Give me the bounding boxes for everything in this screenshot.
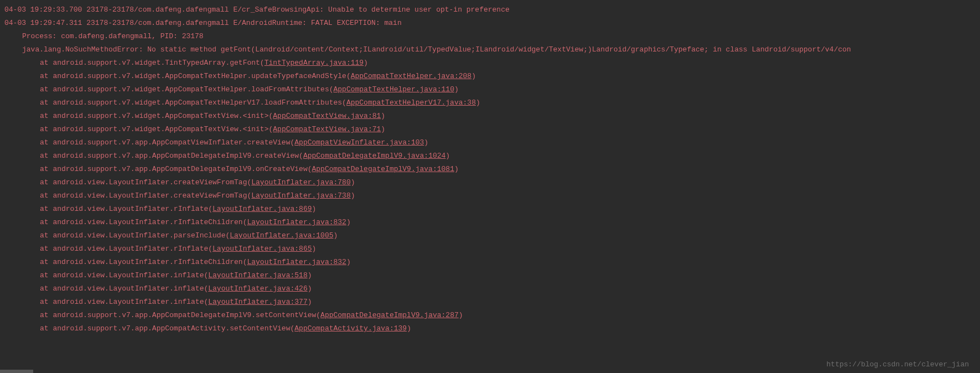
log-text: at android.view.LayoutInflater.rInflateC…	[40, 258, 247, 266]
stacktrace-line: at android.support.v7.widget.AppCompatTe…	[4, 123, 976, 136]
stacktrace-line: at android.view.LayoutInflater.inflate(L…	[4, 269, 976, 282]
source-link[interactable]: AppCompatViewInflater.java:103	[294, 138, 424, 147]
log-text: at android.view.LayoutInflater.inflate(	[40, 271, 208, 279]
log-line: Process: com.dafeng.dafengmall, PID: 231…	[4, 30, 976, 43]
log-text: at android.support.v7.widget.AppCompatTe…	[40, 112, 273, 120]
source-link[interactable]: AppCompatTextView.java:71	[273, 125, 381, 133]
source-link[interactable]: AppCompatTextHelper.java:110	[334, 85, 454, 94]
log-text: at android.support.v7.app.AppCompatActiv…	[40, 324, 294, 333]
log-text: 04-03 19:29:47.311 23178-23178/com.dafen…	[4, 19, 402, 27]
log-line: 04-03 19:29:33.700 23178-23178/com.dafen…	[4, 3, 976, 17]
log-text: at android.view.LayoutInflater.createVie…	[40, 191, 251, 200]
stacktrace-line: at android.view.LayoutInflater.createVie…	[4, 176, 976, 189]
log-text: at android.view.LayoutInflater.inflate(	[40, 284, 208, 293]
source-link[interactable]: AppCompatTextView.java:81	[273, 112, 381, 120]
log-text: at android.support.v7.app.AppCompatDeleg…	[40, 165, 312, 173]
log-line: 04-03 19:29:47.311 23178-23178/com.dafen…	[4, 17, 976, 30]
stacktrace-line: at android.support.v7.app.AppCompatDeleg…	[4, 163, 976, 176]
log-text: )	[407, 324, 411, 333]
log-text: )	[454, 85, 459, 94]
stacktrace-line: at android.view.LayoutInflater.rInflateC…	[4, 256, 976, 269]
log-text: )	[381, 112, 385, 120]
log-text: )	[424, 138, 428, 147]
log-text: at android.view.LayoutInflater.rInflate(	[40, 245, 212, 253]
stacktrace-line: at android.view.LayoutInflater.inflate(L…	[4, 282, 976, 296]
source-link[interactable]: AppCompatDelegateImplV9.java:287	[320, 311, 459, 319]
log-text: at android.support.v7.widget.TintTypedAr…	[40, 59, 265, 67]
source-link[interactable]: AppCompatActivity.java:139	[294, 324, 407, 333]
log-text: )	[312, 245, 317, 253]
stacktrace-line: at android.support.v7.app.AppCompatDeleg…	[4, 149, 976, 163]
log-text: )	[308, 284, 312, 293]
log-text: )	[334, 231, 338, 240]
stacktrace-line: at android.view.LayoutInflater.rInflate(…	[4, 203, 976, 216]
source-link[interactable]: LayoutInflater.java:1005	[230, 231, 333, 240]
source-link[interactable]: AppCompatTextHelperV17.java:38	[346, 99, 476, 107]
stacktrace-line: at android.view.LayoutInflater.rInflateC…	[4, 216, 976, 229]
log-text: )	[459, 311, 463, 319]
log-text: at android.view.LayoutInflater.rInflate(	[40, 205, 212, 213]
log-text: at android.support.v7.widget.AppCompatTe…	[40, 85, 334, 94]
log-text: )	[308, 298, 312, 306]
log-text: at android.support.v7.app.AppCompatDeleg…	[40, 311, 320, 319]
log-text: )	[351, 191, 355, 200]
log-text: at android.view.LayoutInflater.rInflateC…	[40, 218, 247, 226]
log-text: at android.view.LayoutInflater.inflate(	[40, 298, 208, 306]
source-link[interactable]: LayoutInflater.java:865	[212, 245, 312, 253]
log-text: Process: com.dafeng.dafengmall, PID: 231…	[22, 32, 204, 40]
log-text: at android.support.v7.widget.AppCompatTe…	[40, 72, 351, 80]
stacktrace-line: at android.view.LayoutInflater.createVie…	[4, 189, 976, 203]
log-text: )	[346, 218, 351, 226]
log-text: )	[308, 271, 312, 279]
log-text: )	[346, 258, 351, 266]
stacktrace-line: at android.support.v7.app.AppCompatDeleg…	[4, 309, 976, 322]
source-link[interactable]: LayoutInflater.java:738	[251, 191, 350, 200]
stacktrace-line: at android.view.LayoutInflater.rInflate(…	[4, 242, 976, 256]
stacktrace-line: at android.view.LayoutInflater.inflate(L…	[4, 296, 976, 309]
log-text: at android.support.v7.widget.AppCompatTe…	[40, 99, 346, 107]
stacktrace-line: at android.support.v7.widget.AppCompatTe…	[4, 96, 976, 110]
stacktrace-line: at android.support.v7.widget.TintTypedAr…	[4, 56, 976, 70]
log-text: )	[364, 59, 368, 67]
log-text: )	[312, 205, 317, 213]
log-line: java.lang.NoSuchMethodError: No static m…	[4, 43, 976, 56]
source-link[interactable]: LayoutInflater.java:377	[208, 298, 307, 306]
log-text: at android.support.v7.widget.AppCompatTe…	[40, 125, 273, 133]
source-link[interactable]: LayoutInflater.java:832	[247, 258, 346, 266]
stacktrace-line: at android.support.v7.app.AppCompatActiv…	[4, 322, 976, 335]
source-link[interactable]: LayoutInflater.java:832	[247, 218, 346, 226]
source-link[interactable]: LayoutInflater.java:426	[208, 284, 307, 293]
log-text: at android.support.v7.app.AppCompatDeleg…	[40, 152, 303, 160]
log-text: )	[381, 125, 385, 133]
source-link[interactable]: AppCompatTextHelper.java:208	[351, 72, 471, 80]
log-text: )	[476, 99, 480, 107]
stacktrace-line: at android.support.v7.widget.AppCompatTe…	[4, 110, 976, 123]
source-link[interactable]: LayoutInflater.java:780	[251, 178, 350, 186]
source-link[interactable]: LayoutInflater.java:518	[208, 271, 307, 279]
source-link[interactable]: AppCompatDelegateImplV9.java:1024	[303, 152, 445, 160]
stacktrace-line: at android.view.LayoutInflater.parseIncl…	[4, 229, 976, 242]
log-text: 04-03 19:29:33.700 23178-23178/com.dafen…	[4, 6, 510, 14]
source-link[interactable]: LayoutInflater.java:869	[212, 205, 312, 213]
stacktrace-line: at android.support.v7.widget.AppCompatTe…	[4, 83, 976, 96]
log-text: java.lang.NoSuchMethodError: No static m…	[22, 45, 851, 54]
log-text: )	[471, 72, 476, 80]
log-text: at android.view.LayoutInflater.parseIncl…	[40, 231, 230, 240]
source-link[interactable]: AppCompatDelegateImplV9.java:1081	[312, 165, 454, 173]
logcat-panel[interactable]: 04-03 19:29:33.700 23178-23178/com.dafen…	[0, 0, 980, 339]
stacktrace-line: at android.support.v7.widget.AppCompatTe…	[4, 70, 976, 83]
source-link[interactable]: TintTypedArray.java:119	[265, 59, 364, 67]
log-text: )	[445, 152, 450, 160]
log-text: at android.view.LayoutInflater.createVie…	[40, 178, 251, 186]
stacktrace-line: at android.support.v7.app.AppCompatViewI…	[4, 136, 976, 149]
log-text: at android.support.v7.app.AppCompatViewI…	[40, 138, 294, 147]
log-text: )	[351, 178, 355, 186]
log-text: )	[454, 165, 459, 173]
